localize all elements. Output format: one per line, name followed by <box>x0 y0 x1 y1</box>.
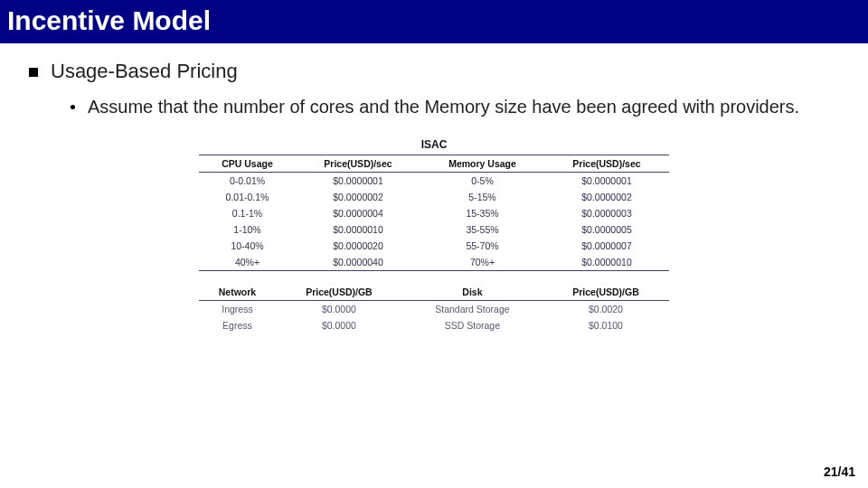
cell-net: Ingress <box>199 301 276 318</box>
cell-cpu-price: $0.0000020 <box>296 238 420 254</box>
slide-title: Incentive Model <box>7 5 861 36</box>
cell-disk-price: $0.0020 <box>542 301 669 318</box>
cell-cpu-price: $0.0000001 <box>296 173 420 190</box>
table-row: 1-10% $0.0000010 35-55% $0.0000005 <box>199 221 669 238</box>
cell-disk: Standard Storage <box>402 301 542 318</box>
cell-mem: 15-35% <box>420 205 544 221</box>
col-disk-price: Price(USD)/GB <box>542 284 669 301</box>
col-disk: Disk <box>402 284 542 301</box>
cell-mem-price: $0.0000003 <box>544 205 669 221</box>
table-row: Egress $0.0000 SSD Storage $0.0100 <box>199 317 669 333</box>
cell-cpu: 0.1-1% <box>199 205 296 221</box>
col-mem-usage: Memory Usage <box>420 155 544 173</box>
square-bullet-icon <box>29 68 38 77</box>
cell-cpu-price: $0.0000004 <box>296 205 420 221</box>
cell-mem-price: $0.0000007 <box>544 238 669 254</box>
content-area: Usage-Based Pricing Assume that the numb… <box>0 43 868 333</box>
dot-bullet-icon <box>71 105 75 109</box>
cell-mem: 55-70% <box>420 238 544 254</box>
table-row: 0-0.01% $0.0000001 0-5% $0.0000001 <box>199 173 669 190</box>
cell-net-price: $0.0000 <box>276 317 402 333</box>
cell-cpu-price: $0.0000002 <box>296 189 420 205</box>
cell-mem: 35-55% <box>420 221 544 238</box>
page-number: 21/41 <box>824 465 855 479</box>
cell-mem: 5-15% <box>420 189 544 205</box>
bullet-level-1: Usage-Based Pricing <box>29 60 846 83</box>
col-cpu-price: Price(USD)/sec <box>296 155 420 173</box>
section-heading: Usage-Based Pricing <box>51 60 238 83</box>
pricing-table-wrap: ISAC CPU Usage Price(USD)/sec Memory Usa… <box>199 138 669 333</box>
col-network: Network <box>199 284 276 301</box>
cell-net: Egress <box>199 317 276 333</box>
table-row: 0.1-1% $0.0000004 15-35% $0.0000003 <box>199 205 669 221</box>
cell-mem: 0-5% <box>420 173 544 190</box>
cell-disk-price: $0.0100 <box>542 317 669 333</box>
title-bar: Incentive Model <box>0 0 868 43</box>
table-row: 40%+ $0.0000040 70%+ $0.0000010 <box>199 254 669 271</box>
cell-cpu: 0.01-0.1% <box>199 189 296 205</box>
col-cpu-usage: CPU Usage <box>199 155 296 173</box>
network-disk-table: Network Price(USD)/GB Disk Price(USD)/GB… <box>199 284 669 333</box>
col-mem-price: Price(USD)/sec <box>544 155 669 173</box>
isac-header-row: CPU Usage Price(USD)/sec Memory Usage Pr… <box>199 155 669 173</box>
cell-mem-price: $0.0000002 <box>544 189 669 205</box>
cell-mem-price: $0.0000005 <box>544 221 669 238</box>
cell-cpu: 10-40% <box>199 238 296 254</box>
isac-table: CPU Usage Price(USD)/sec Memory Usage Pr… <box>199 155 669 271</box>
cell-cpu: 1-10% <box>199 221 296 238</box>
cell-cpu: 40%+ <box>199 254 296 271</box>
bullet-level-2: Assume that the number of cores and the … <box>71 96 846 118</box>
table-row: 10-40% $0.0000020 55-70% $0.0000007 <box>199 238 669 254</box>
cell-cpu: 0-0.01% <box>199 173 296 190</box>
table-row: Ingress $0.0000 Standard Storage $0.0020 <box>199 301 669 318</box>
cell-net-price: $0.0000 <box>276 301 402 318</box>
cell-cpu-price: $0.0000010 <box>296 221 420 238</box>
cell-cpu-price: $0.0000040 <box>296 254 420 271</box>
col-network-price: Price(USD)/GB <box>276 284 402 301</box>
table-row: 0.01-0.1% $0.0000002 5-15% $0.0000002 <box>199 189 669 205</box>
cell-mem: 70%+ <box>420 254 544 271</box>
sub-bullet-text: Assume that the number of cores and the … <box>88 96 799 118</box>
cell-mem-price: $0.0000001 <box>544 173 669 190</box>
table-title: ISAC <box>199 138 669 151</box>
cell-mem-price: $0.0000010 <box>544 254 669 271</box>
sub-header-row: Network Price(USD)/GB Disk Price(USD)/GB <box>199 284 669 301</box>
cell-disk: SSD Storage <box>402 317 542 333</box>
slide: Incentive Model Usage-Based Pricing Assu… <box>0 0 868 488</box>
